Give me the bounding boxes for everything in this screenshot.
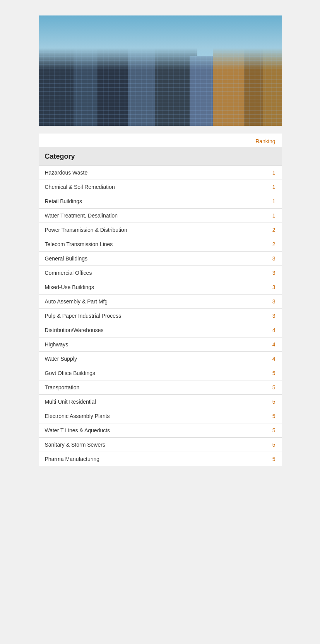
row-ranking-value: 5	[268, 456, 276, 462]
table-row[interactable]: Sanitary & Storm Sewers5	[39, 437, 282, 452]
row-ranking-value: 3	[268, 270, 276, 276]
table-row[interactable]: Hazardous Waste1	[39, 165, 282, 180]
row-category-label: Electronic Assembly Plants	[45, 413, 268, 419]
row-ranking-value: 5	[268, 370, 276, 376]
row-ranking-value: 1	[268, 170, 276, 176]
sky-overlay	[39, 15, 282, 70]
hero-image	[39, 15, 282, 126]
table-row[interactable]: Distribution/Warehouses4	[39, 323, 282, 337]
row-category-label: Multi-Unit Residential	[45, 399, 268, 405]
table-row[interactable]: Mixed-Use Buildings3	[39, 280, 282, 294]
row-category-label: Power Transmission & Distribution	[45, 227, 268, 233]
table-row[interactable]: Highways4	[39, 337, 282, 351]
table-row[interactable]: Retail Buildings1	[39, 194, 282, 208]
table-header: Category	[39, 148, 282, 165]
table-row[interactable]: Telecom Transmission Lines2	[39, 237, 282, 251]
table-row[interactable]: Auto Assembly & Part Mfg3	[39, 294, 282, 308]
bottom-spacer	[0, 466, 320, 497]
table-row[interactable]: Pulp & Paper Industrial Process3	[39, 308, 282, 323]
table-row[interactable]: Multi-Unit Residential5	[39, 394, 282, 409]
table-row[interactable]: Water T Lines & Aqueducts5	[39, 423, 282, 437]
row-ranking-value: 4	[268, 327, 276, 333]
ranking-header-row: Ranking	[39, 134, 282, 147]
category-table: Category Hazardous Waste1Chemical & Soil…	[39, 147, 282, 466]
row-category-label: Telecom Transmission Lines	[45, 241, 268, 247]
row-category-label: Mixed-Use Buildings	[45, 284, 268, 290]
page-container: Ranking Category Hazardous Waste1Chemica…	[0, 0, 320, 644]
table-row[interactable]: Commercial Offices3	[39, 265, 282, 280]
table-body: Hazardous Waste1Chemical & Soil Remediat…	[39, 165, 282, 466]
row-category-label: Highways	[45, 341, 268, 348]
table-row[interactable]: Power Transmission & Distribution2	[39, 223, 282, 237]
content-area: Ranking Category Hazardous Waste1Chemica…	[39, 134, 282, 466]
row-ranking-value: 3	[268, 255, 276, 262]
row-category-label: Hazardous Waste	[45, 170, 268, 176]
row-ranking-value: 1	[268, 198, 276, 204]
row-ranking-value: 5	[268, 442, 276, 448]
row-ranking-value: 2	[268, 227, 276, 233]
row-category-label: Chemical & Soil Remediation	[45, 184, 268, 190]
row-ranking-value: 2	[268, 241, 276, 247]
row-category-label: Water T Lines & Aqueducts	[45, 427, 268, 433]
row-ranking-value: 3	[268, 298, 276, 305]
table-row[interactable]: Water Supply4	[39, 351, 282, 366]
row-ranking-value: 5	[268, 384, 276, 391]
row-category-label: Sanitary & Storm Sewers	[45, 442, 268, 448]
row-ranking-value: 3	[268, 284, 276, 290]
table-row[interactable]: Water Treatment, Desalination1	[39, 208, 282, 223]
table-row[interactable]: Govt Office Buildings5	[39, 366, 282, 380]
table-row[interactable]: Transportation5	[39, 380, 282, 394]
row-category-label: Commercial Offices	[45, 270, 268, 276]
row-category-label: Govt Office Buildings	[45, 370, 268, 376]
row-category-label: Auto Assembly & Part Mfg	[45, 298, 268, 305]
row-ranking-value: 1	[268, 184, 276, 190]
table-row[interactable]: Electronic Assembly Plants5	[39, 409, 282, 423]
row-ranking-value: 1	[268, 212, 276, 219]
row-ranking-value: 5	[268, 413, 276, 419]
row-ranking-value: 3	[268, 313, 276, 319]
row-category-label: General Buildings	[45, 255, 268, 262]
row-category-label: Distribution/Warehouses	[45, 327, 268, 333]
table-row[interactable]: Pharma Manufacturing5	[39, 452, 282, 466]
row-category-label: Transportation	[45, 384, 268, 391]
row-ranking-value: 4	[268, 356, 276, 362]
row-ranking-value: 4	[268, 341, 276, 348]
row-category-label: Pulp & Paper Industrial Process	[45, 313, 268, 319]
row-category-label: Pharma Manufacturing	[45, 456, 268, 462]
ranking-column-label: Ranking	[255, 138, 275, 144]
table-row[interactable]: General Buildings3	[39, 251, 282, 265]
hero-buildings	[39, 15, 282, 126]
row-category-label: Water Supply	[45, 356, 268, 362]
row-ranking-value: 5	[268, 399, 276, 405]
row-ranking-value: 5	[268, 427, 276, 433]
row-category-label: Water Treatment, Desalination	[45, 212, 268, 219]
row-category-label: Retail Buildings	[45, 198, 268, 204]
category-column-header: Category	[45, 152, 75, 161]
table-row[interactable]: Chemical & Soil Remediation1	[39, 180, 282, 194]
